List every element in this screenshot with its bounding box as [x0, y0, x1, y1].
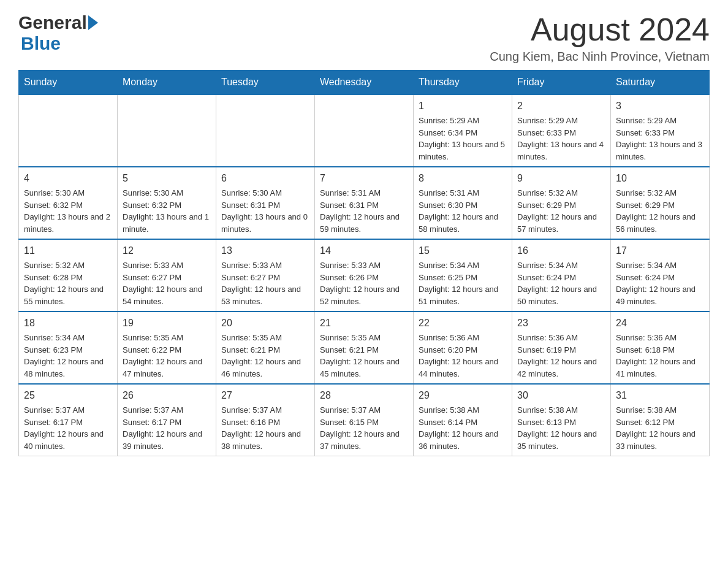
day-info: Sunrise: 5:32 AMSunset: 6:29 PMDaylight:…	[517, 187, 605, 235]
day-number: 17	[616, 243, 704, 258]
calendar-cell: 23Sunrise: 5:36 AMSunset: 6:19 PMDayligh…	[512, 312, 611, 384]
day-info: Sunrise: 5:38 AMSunset: 6:13 PMDaylight:…	[517, 404, 605, 452]
day-number: 10	[616, 171, 704, 186]
calendar-cell: 6Sunrise: 5:30 AMSunset: 6:31 PMDaylight…	[216, 167, 315, 239]
day-number: 23	[517, 316, 605, 331]
day-number: 5	[123, 171, 211, 186]
day-number: 31	[616, 388, 704, 403]
day-info: Sunrise: 5:30 AMSunset: 6:32 PMDaylight:…	[24, 187, 112, 235]
day-number: 20	[221, 316, 309, 331]
day-number: 6	[221, 171, 309, 186]
day-info: Sunrise: 5:34 AMSunset: 6:24 PMDaylight:…	[517, 259, 605, 307]
day-info: Sunrise: 5:38 AMSunset: 6:12 PMDaylight:…	[616, 404, 704, 452]
calendar-cell: 20Sunrise: 5:35 AMSunset: 6:21 PMDayligh…	[216, 312, 315, 384]
day-number: 29	[419, 388, 507, 403]
calendar-week-row: 18Sunrise: 5:34 AMSunset: 6:23 PMDayligh…	[19, 312, 710, 384]
calendar-cell: 29Sunrise: 5:38 AMSunset: 6:14 PMDayligh…	[414, 384, 512, 456]
calendar-week-row: 11Sunrise: 5:32 AMSunset: 6:28 PMDayligh…	[19, 239, 710, 312]
day-info: Sunrise: 5:30 AMSunset: 6:31 PMDaylight:…	[221, 187, 309, 235]
calendar-cell: 22Sunrise: 5:36 AMSunset: 6:20 PMDayligh…	[414, 312, 512, 384]
day-number: 12	[123, 243, 211, 258]
day-info: Sunrise: 5:31 AMSunset: 6:31 PMDaylight:…	[320, 187, 408, 235]
calendar-day-header: Wednesday	[315, 71, 414, 95]
calendar-cell	[19, 94, 118, 167]
calendar-week-row: 4Sunrise: 5:30 AMSunset: 6:32 PMDaylight…	[19, 167, 710, 239]
calendar-cell: 12Sunrise: 5:33 AMSunset: 6:27 PMDayligh…	[118, 239, 216, 312]
calendar-cell: 27Sunrise: 5:37 AMSunset: 6:16 PMDayligh…	[216, 384, 315, 456]
calendar-cell: 26Sunrise: 5:37 AMSunset: 6:17 PMDayligh…	[118, 384, 216, 456]
day-info: Sunrise: 5:36 AMSunset: 6:19 PMDaylight:…	[517, 332, 605, 380]
calendar-cell: 3Sunrise: 5:29 AMSunset: 6:33 PMDaylight…	[611, 94, 710, 167]
calendar-cell: 15Sunrise: 5:34 AMSunset: 6:25 PMDayligh…	[414, 239, 512, 312]
day-number: 16	[517, 243, 605, 258]
day-number: 14	[320, 243, 408, 258]
calendar-cell: 19Sunrise: 5:35 AMSunset: 6:22 PMDayligh…	[118, 312, 216, 384]
day-info: Sunrise: 5:34 AMSunset: 6:24 PMDaylight:…	[616, 259, 704, 307]
day-number: 25	[24, 388, 112, 403]
calendar-day-header: Sunday	[19, 71, 118, 95]
calendar-cell: 18Sunrise: 5:34 AMSunset: 6:23 PMDayligh…	[19, 312, 118, 384]
calendar-day-header: Friday	[512, 71, 611, 95]
calendar-cell: 21Sunrise: 5:35 AMSunset: 6:21 PMDayligh…	[315, 312, 414, 384]
day-info: Sunrise: 5:35 AMSunset: 6:21 PMDaylight:…	[221, 332, 309, 380]
calendar-cell: 31Sunrise: 5:38 AMSunset: 6:12 PMDayligh…	[611, 384, 710, 456]
calendar-day-header: Tuesday	[216, 71, 315, 95]
logo-general-text: General	[18, 12, 87, 33]
day-number: 19	[123, 316, 211, 331]
logo-arrow-icon	[88, 15, 98, 30]
day-number: 13	[221, 243, 309, 258]
calendar-cell: 24Sunrise: 5:36 AMSunset: 6:18 PMDayligh…	[611, 312, 710, 384]
calendar-cell	[216, 94, 315, 167]
day-info: Sunrise: 5:33 AMSunset: 6:27 PMDaylight:…	[221, 259, 309, 307]
calendar-day-header: Saturday	[611, 71, 710, 95]
calendar-cell: 11Sunrise: 5:32 AMSunset: 6:28 PMDayligh…	[19, 239, 118, 312]
day-info: Sunrise: 5:35 AMSunset: 6:21 PMDaylight:…	[320, 332, 408, 380]
day-number: 18	[24, 316, 112, 331]
calendar-cell: 30Sunrise: 5:38 AMSunset: 6:13 PMDayligh…	[512, 384, 611, 456]
month-title: August 2024	[490, 12, 710, 47]
calendar-cell: 13Sunrise: 5:33 AMSunset: 6:27 PMDayligh…	[216, 239, 315, 312]
day-info: Sunrise: 5:32 AMSunset: 6:28 PMDaylight:…	[24, 259, 112, 307]
day-number: 3	[616, 99, 704, 113]
day-number: 9	[517, 171, 605, 186]
day-number: 22	[419, 316, 507, 331]
day-number: 4	[24, 171, 112, 186]
day-info: Sunrise: 5:37 AMSunset: 6:17 PMDaylight:…	[123, 404, 211, 452]
day-info: Sunrise: 5:34 AMSunset: 6:23 PMDaylight:…	[24, 332, 112, 380]
day-info: Sunrise: 5:33 AMSunset: 6:27 PMDaylight:…	[123, 259, 211, 307]
calendar-cell: 1Sunrise: 5:29 AMSunset: 6:34 PMDaylight…	[414, 94, 512, 167]
calendar-cell	[315, 94, 414, 167]
title-section: August 2024 Cung Kiem, Bac Ninh Province…	[490, 12, 710, 64]
day-number: 8	[419, 171, 507, 186]
calendar-day-header: Monday	[118, 71, 216, 95]
day-info: Sunrise: 5:33 AMSunset: 6:26 PMDaylight:…	[320, 259, 408, 307]
day-number: 24	[616, 316, 704, 331]
day-info: Sunrise: 5:29 AMSunset: 6:34 PMDaylight:…	[419, 115, 507, 163]
day-info: Sunrise: 5:36 AMSunset: 6:18 PMDaylight:…	[616, 332, 704, 380]
calendar-week-row: 25Sunrise: 5:37 AMSunset: 6:17 PMDayligh…	[19, 384, 710, 456]
day-number: 30	[517, 388, 605, 403]
page-header: General Blue August 2024 Cung Kiem, Bac …	[18, 12, 710, 64]
day-number: 27	[221, 388, 309, 403]
day-info: Sunrise: 5:29 AMSunset: 6:33 PMDaylight:…	[517, 115, 605, 163]
day-info: Sunrise: 5:32 AMSunset: 6:29 PMDaylight:…	[616, 187, 704, 235]
calendar-cell: 25Sunrise: 5:37 AMSunset: 6:17 PMDayligh…	[19, 384, 118, 456]
calendar-cell	[118, 94, 216, 167]
calendar-week-row: 1Sunrise: 5:29 AMSunset: 6:34 PMDaylight…	[19, 94, 710, 167]
logo: General Blue	[18, 12, 99, 54]
day-info: Sunrise: 5:34 AMSunset: 6:25 PMDaylight:…	[419, 259, 507, 307]
day-number: 7	[320, 171, 408, 186]
day-number: 2	[517, 99, 605, 113]
calendar-day-header: Thursday	[414, 71, 512, 95]
day-info: Sunrise: 5:30 AMSunset: 6:32 PMDaylight:…	[123, 187, 211, 235]
day-info: Sunrise: 5:37 AMSunset: 6:17 PMDaylight:…	[24, 404, 112, 452]
calendar-cell: 16Sunrise: 5:34 AMSunset: 6:24 PMDayligh…	[512, 239, 611, 312]
day-number: 26	[123, 388, 211, 403]
day-number: 28	[320, 388, 408, 403]
day-info: Sunrise: 5:37 AMSunset: 6:15 PMDaylight:…	[320, 404, 408, 452]
calendar-cell: 5Sunrise: 5:30 AMSunset: 6:32 PMDaylight…	[118, 167, 216, 239]
location-title: Cung Kiem, Bac Ninh Province, Vietnam	[490, 50, 710, 64]
day-info: Sunrise: 5:36 AMSunset: 6:20 PMDaylight:…	[419, 332, 507, 380]
calendar-cell: 2Sunrise: 5:29 AMSunset: 6:33 PMDaylight…	[512, 94, 611, 167]
calendar-table: SundayMondayTuesdayWednesdayThursdayFrid…	[18, 70, 710, 456]
